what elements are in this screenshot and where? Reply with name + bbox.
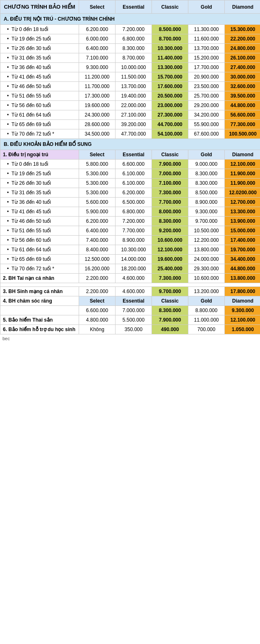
val-essential: 14.000.000 bbox=[116, 255, 152, 264]
val-diamond: 13.900.000 bbox=[225, 217, 260, 226]
val-diamond: 15.000.000 bbox=[225, 226, 260, 236]
table-row: • Từ 70 đến 72 tuổi *34.500.00047.700.00… bbox=[0, 129, 260, 139]
val-select: 12.500.000 bbox=[79, 255, 116, 264]
val-select: 6.200.000 bbox=[79, 217, 116, 226]
age-label: • Từ 19 đến 25 tuổi bbox=[0, 169, 79, 179]
val-select: 5.300.000 bbox=[79, 169, 116, 179]
val-diamond: 22.200.000 bbox=[225, 34, 260, 44]
age-label: • Từ 36 đến 40 tuổi bbox=[0, 198, 79, 207]
sub-header-col: Essential bbox=[116, 150, 152, 160]
age-label: • Từ 19 đến 25 tuổi bbox=[0, 34, 79, 44]
bh4-col-header: Classic bbox=[152, 296, 188, 306]
table-row: • Từ 36 đến 40 tuổi5.600.0006.500.0007.7… bbox=[0, 198, 260, 207]
val-diamond: 56.600.000 bbox=[225, 110, 260, 120]
age-label: • Từ 56 đến 60 tuổi bbox=[0, 101, 79, 110]
table-row: • Từ 26 đến 30 tuổi6.400.0008.300.00010.… bbox=[0, 44, 260, 53]
val-gold: 9.000.000 bbox=[188, 160, 225, 169]
val-classic: 19.600.000 bbox=[152, 255, 188, 264]
row-label: 3. BH Sinh mạng cá nhân bbox=[0, 287, 79, 296]
col-header-diamond: Diamond bbox=[225, 0, 260, 14]
val-gold: 34.200.000 bbox=[188, 110, 225, 120]
bh4-col-header: Gold bbox=[188, 296, 225, 306]
bh6-row: 6. Bảo hiểm hỗ trợ du học sinhKhông350.0… bbox=[0, 325, 260, 334]
val-select: 17.300.000 bbox=[79, 91, 116, 101]
row-label: 2. BH Tai nạn cá nhân bbox=[0, 274, 79, 283]
val-gold: 10.600.000 bbox=[188, 274, 225, 283]
table-row: • Từ 26 đến 30 tuổi5.300.0006.100.0007.1… bbox=[0, 179, 260, 188]
val-select: 6.000.000 bbox=[79, 34, 116, 44]
val-essential: 7.700.000 bbox=[116, 226, 152, 236]
val-diamond: 44.800.000 bbox=[225, 101, 260, 110]
val-select: 7.400.000 bbox=[79, 236, 116, 245]
val-select: 34.500.000 bbox=[79, 129, 116, 139]
val-classic: 17.600.000 bbox=[152, 82, 188, 91]
val-gold: 8.900.000 bbox=[188, 198, 225, 207]
val-diamond: 77.300.000 bbox=[225, 120, 260, 129]
bh6-label: 6. Bảo hiểm hỗ trợ du học sinh bbox=[0, 325, 79, 334]
age-label: • Từ 65 đến 69 tuổi bbox=[0, 255, 79, 264]
section-header: B. ĐIỀU KHOẢN BẢO HIỂM BỔ SUNG bbox=[0, 139, 260, 150]
val-classic: 7.100.000 bbox=[152, 179, 188, 188]
age-label: • Từ 70 đến 72 tuổi * bbox=[0, 129, 79, 139]
val-gold: 55.900.000 bbox=[188, 120, 225, 129]
table-row: 3. BH Sinh mạng cá nhân2.200.0004.600.00… bbox=[0, 287, 260, 296]
val-gold: 8.500.000 bbox=[188, 188, 225, 198]
age-label: • Từ 41 đến 45 tuổi bbox=[0, 72, 79, 82]
val-select: 8.400.000 bbox=[79, 245, 116, 255]
val-classic: 12.100.000 bbox=[152, 245, 188, 255]
val-select: 9.300.000 bbox=[79, 63, 116, 72]
bh4-val: 6.600.000 bbox=[79, 306, 116, 315]
val-essential: 39.200.000 bbox=[116, 120, 152, 129]
val-diamond: 12.100.000 bbox=[225, 160, 260, 169]
val-diamond: 11.900.000 bbox=[225, 169, 260, 179]
val-gold: 12.200.000 bbox=[188, 236, 225, 245]
val-diamond: 32.600.000 bbox=[225, 82, 260, 91]
val-diamond: 11.900.000 bbox=[225, 179, 260, 188]
val-gold: 20.900.000 bbox=[188, 72, 225, 82]
col-header-essential: Essential bbox=[116, 0, 152, 14]
table-row: • Từ 36 đến 40 tuổi9.300.00010.000.00013… bbox=[0, 63, 260, 72]
val-classic: 11.400.000 bbox=[152, 53, 188, 63]
val-essential: 8.700.000 bbox=[116, 53, 152, 63]
section-header: A. ĐIỀU TRỊ NỘI TRÚ - CHƯƠNG TRÌNH CHÍNH bbox=[0, 14, 260, 25]
val-classic: 8.500.000 bbox=[152, 25, 188, 34]
val-classic: 7.900.000 bbox=[152, 315, 188, 325]
table-row: • Từ 61 đến 64 tuổi24.300.00027.100.0002… bbox=[0, 110, 260, 120]
val-gold: 11.000.000 bbox=[188, 315, 225, 325]
val-gold: 9.700.000 bbox=[188, 217, 225, 226]
age-label: • Từ 0 đến 18 tuổi bbox=[0, 25, 79, 34]
age-label: • Từ 61 đến 64 tuổi bbox=[0, 110, 79, 120]
val-diamond: 17.400.000 bbox=[225, 236, 260, 245]
table-row: • Từ 56 đến 60 tuổi19.600.00022.000.0002… bbox=[0, 101, 260, 110]
bh4-col-header: Essential bbox=[116, 296, 152, 306]
age-label: • Từ 36 đến 40 tuổi bbox=[0, 63, 79, 72]
val-classic: 13.300.000 bbox=[152, 63, 188, 72]
val-essential: 11.500.000 bbox=[116, 72, 152, 82]
val-classic: 25.400.000 bbox=[152, 264, 188, 274]
table-row: • Từ 65 đến 69 tuổi28.600.00039.200.0004… bbox=[0, 120, 260, 129]
val-essential: 5.500.000 bbox=[116, 315, 152, 325]
val-essential: 6.100.000 bbox=[116, 179, 152, 188]
val-diamond: 100.500.000 bbox=[225, 129, 260, 139]
val-diamond: 15.300.000 bbox=[225, 25, 260, 34]
val-gold: 13.200.000 bbox=[188, 287, 225, 296]
val-select: 11.200.000 bbox=[79, 72, 116, 82]
section-header-row: A. ĐIỀU TRỊ NỘI TRÚ - CHƯƠNG TRÌNH CHÍNH bbox=[0, 14, 260, 25]
val-essential: 18.200.000 bbox=[116, 264, 152, 274]
sub-header-col: Diamond bbox=[225, 150, 260, 160]
table-row: • Từ 41 đến 45 tuổi11.200.00011.500.0001… bbox=[0, 72, 260, 82]
bh4-col-header: Diamond bbox=[225, 296, 260, 306]
val-gold: 11.300.000 bbox=[188, 25, 225, 34]
val-essential: 10.000.000 bbox=[116, 63, 152, 72]
bh4-val: 7.000.000 bbox=[116, 306, 152, 315]
table-row: • Từ 46 đến 50 tuổi6.200.0007.200.0008.3… bbox=[0, 217, 260, 226]
val-essential: 6.100.000 bbox=[116, 169, 152, 179]
age-label: • Từ 26 đến 30 tuổi bbox=[0, 44, 79, 53]
val-classic: 9.700.000 bbox=[152, 287, 188, 296]
bh4-label: 4. BH chăm sóc răng bbox=[0, 296, 79, 306]
footer-text: bec bbox=[0, 334, 260, 343]
val-select: 5.800.000 bbox=[79, 160, 116, 169]
val-gold: 29.300.000 bbox=[188, 264, 225, 274]
table-row: • Từ 0 đến 18 tuổi6.200.0007.200.0008.50… bbox=[0, 25, 260, 34]
val-classic: 8.300.000 bbox=[152, 217, 188, 226]
